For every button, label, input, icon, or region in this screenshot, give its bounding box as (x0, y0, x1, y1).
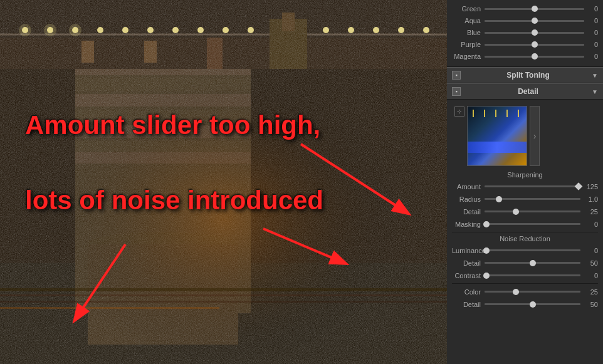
param-thumb (483, 247, 490, 254)
hsl-slider-thumb (532, 41, 538, 48)
hsl-section: Green 0 Aqua 0 Blue 0 Purple 0 Magenta 0 (447, 0, 603, 67)
preview-nav-arrow[interactable]: › (530, 106, 540, 166)
svg-rect-42 (0, 288, 447, 291)
svg-rect-45 (0, 307, 219, 309)
param-value: 0 (580, 247, 598, 254)
hsl-slider-thumb (532, 18, 538, 24)
svg-rect-43 (0, 294, 447, 296)
noise-reduction-param-row: Luminance 0 (452, 244, 598, 256)
param-thumb (530, 260, 536, 266)
color-param-row: Color 25 (452, 286, 598, 298)
param-thumb (496, 196, 502, 202)
noise-reduction-param-row: Contrast 0 (452, 269, 598, 281)
param-slider[interactable] (485, 249, 580, 251)
detail-title: Detail (464, 87, 592, 96)
param-value: 125 (580, 183, 598, 190)
param-label: Amount (452, 183, 485, 190)
detail-arrow: ▼ (592, 88, 598, 95)
hsl-slider-track[interactable] (485, 32, 584, 34)
param-thumb (483, 221, 490, 227)
photo-area: Amount slider too high, lots of noise in… (0, 0, 447, 364)
svg-rect-44 (0, 301, 447, 303)
param-label: Color (452, 288, 485, 296)
hsl-slider-track[interactable] (485, 8, 584, 10)
preview-corner-icon[interactable]: ⊹ (454, 107, 464, 117)
param-value: 0 (580, 221, 598, 228)
detail-header[interactable]: ▪ Detail ▼ (447, 83, 603, 100)
hsl-value: 0 (584, 5, 598, 13)
param-slider[interactable] (485, 185, 580, 187)
param-value: 1.0 (580, 195, 598, 203)
hsl-label: Magenta (452, 53, 485, 60)
param-thumb (513, 209, 519, 215)
hsl-value: 0 (584, 53, 598, 60)
param-value: 50 (580, 301, 598, 308)
preview-thumbnail (467, 106, 527, 166)
photo-background (0, 0, 447, 364)
detail-content: ⊹ › Sharpening Amount 125 Radius 1.0 Det… (447, 100, 603, 313)
hsl-label: Aqua (452, 17, 485, 24)
split-toning-title: Split Toning (464, 71, 592, 80)
split-toning-collapse[interactable]: ▪ (452, 71, 461, 80)
param-slider[interactable] (485, 274, 580, 276)
sharpening-param-row: Amount 125 (452, 180, 598, 192)
sharpening-param-row: Detail 25 (452, 205, 598, 217)
hsl-value: 0 (584, 41, 598, 48)
hsl-slider-thumb (532, 6, 538, 12)
noise-reduction-title: Noise Reduction (452, 235, 598, 242)
param-thumb (530, 301, 536, 308)
hsl-slider-track[interactable] (485, 56, 584, 58)
param-label: Masking (452, 221, 485, 228)
preview-row: ⊹ › (452, 102, 598, 169)
annotation-text-top: Amount slider too high, (25, 110, 320, 141)
svg-rect-41 (0, 0, 447, 364)
param-value: 50 (580, 259, 598, 267)
param-label: Detail (452, 208, 485, 216)
preview-blue-bar (468, 142, 527, 153)
hsl-label: Purple (452, 41, 485, 48)
param-value: 25 (580, 208, 598, 216)
hsl-value: 0 (584, 29, 598, 36)
sharpening-divider (452, 232, 598, 232)
param-value: 0 (580, 272, 598, 279)
preview-lights (468, 110, 527, 117)
noise-divider (452, 283, 598, 284)
detail-collapse[interactable]: ▪ (452, 87, 461, 96)
param-slider[interactable] (485, 223, 580, 225)
hsl-slider-thumb (532, 29, 538, 36)
param-label: Radius (452, 195, 485, 203)
param-slider[interactable] (485, 198, 580, 200)
split-toning-arrow: ▼ (592, 72, 598, 79)
param-slider[interactable] (485, 211, 580, 212)
preview-thumb-inner (468, 107, 527, 165)
hsl-value: 0 (584, 17, 598, 24)
hsl-row: Green 0 (452, 3, 598, 14)
annotation-text-bottom: lots of noise introduced (25, 185, 323, 216)
split-toning-header[interactable]: ▪ Split Toning ▼ (447, 67, 603, 83)
sharpening-param-row: Radius 1.0 (452, 193, 598, 205)
param-thumb (513, 289, 519, 295)
param-slider[interactable] (485, 262, 580, 264)
sharpening-param-row: Masking 0 (452, 218, 598, 230)
right-panel: Green 0 Aqua 0 Blue 0 Purple 0 Magenta 0… (447, 0, 603, 364)
param-thumb (483, 273, 490, 279)
hsl-label: Green (452, 5, 485, 13)
hsl-slider-thumb (532, 53, 538, 60)
sharpening-title: Sharpening (452, 171, 598, 179)
param-label: Detail (452, 301, 485, 308)
param-label: Contrast (452, 272, 485, 279)
param-value: 25 (580, 288, 598, 296)
param-label: Luminance (452, 247, 485, 254)
hsl-row: Aqua 0 (452, 15, 598, 26)
param-label: Detail (452, 259, 485, 267)
param-slider[interactable] (485, 303, 580, 305)
hsl-row: Blue 0 (452, 27, 598, 38)
param-slider[interactable] (485, 291, 580, 293)
noise-reduction-param-row: Detail 50 (452, 257, 598, 269)
hsl-row: Magenta 0 (452, 51, 598, 62)
hsl-slider-track[interactable] (485, 44, 584, 46)
hsl-slider-track[interactable] (485, 20, 584, 22)
hsl-label: Blue (452, 29, 485, 36)
hsl-row: Purple 0 (452, 39, 598, 50)
color-param-row: Detail 50 (452, 298, 598, 310)
